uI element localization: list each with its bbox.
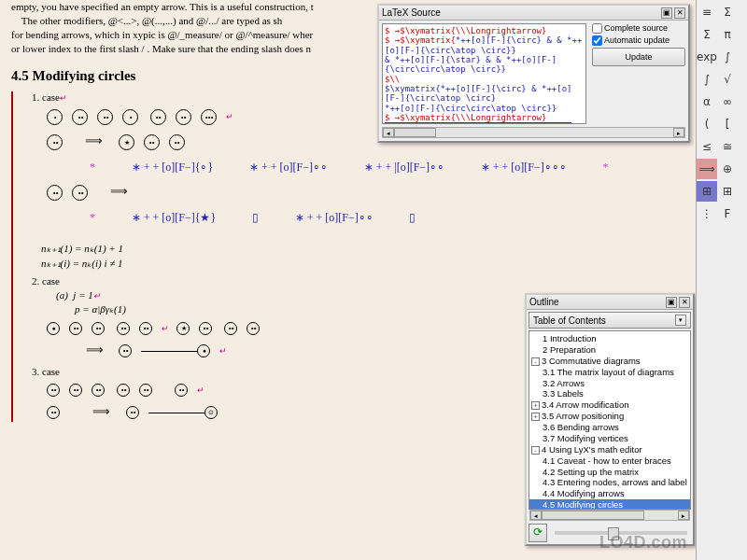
toolbar-button[interactable]: ⊞	[697, 181, 717, 202]
outline-item[interactable]: +3.4 Arrow modification	[529, 399, 690, 411]
outline-item[interactable]: 4.3 Entering nodes, arrows and label	[529, 477, 690, 488]
toolbar-button[interactable]: Σ	[697, 24, 717, 45]
toolbar-button[interactable]: (	[697, 114, 717, 134]
outline-item[interactable]: -4 Using LyX's math editor	[529, 444, 690, 455]
horizontal-scrollbar[interactable]: ◂▸	[382, 127, 685, 138]
toolbar-button[interactable]: F	[717, 203, 738, 224]
formula-row: * ∗ + + [o][F−]{★} ▯ ∗ + + [o][F−]∘∘ ▯	[90, 211, 684, 225]
latex-source-panel[interactable]: LaTeX Source ▣ ✕ $ →$\xymatrix{\\\Longri…	[377, 4, 690, 143]
toolbar-button[interactable]: α	[697, 91, 717, 112]
toolbar-button[interactable]: ∫	[717, 47, 738, 67]
close-icon[interactable]: ✕	[679, 297, 690, 308]
outline-item[interactable]: 3.7 Modifying vertices	[529, 433, 690, 444]
complete-source-checkbox[interactable]: Complete source	[592, 23, 685, 34]
update-button[interactable]: Update	[592, 48, 685, 66]
toolbar-button[interactable]: ≡	[697, 2, 717, 22]
toolbar-button[interactable]: ∫	[697, 69, 717, 90]
toc-selector[interactable]: Table of Contents ▾	[529, 312, 691, 329]
refresh-button[interactable]: ⟳	[529, 524, 547, 542]
toolbar-button[interactable]: ≅	[717, 136, 738, 157]
equation: nₖ₊₁(1) = nₖ(1) + 1	[41, 243, 684, 255]
outline-item[interactable]: 3.3 Labels	[529, 388, 690, 399]
toolbar-button[interactable]: [	[717, 114, 738, 134]
watermark: LO4D.com	[599, 533, 687, 553]
toolbar-button[interactable]: exp	[697, 47, 717, 67]
auto-update-checkbox[interactable]: Automatic update	[592, 35, 685, 46]
panel-titlebar[interactable]: Outline ▣ ✕	[527, 295, 693, 310]
list-item: 2. case	[32, 275, 684, 287]
outline-item[interactable]: 3.6 Bending arrows	[529, 422, 690, 433]
toolbar-button[interactable]: ≤	[697, 136, 717, 157]
outline-item[interactable]: 4.5 Modifying circles	[529, 499, 690, 510]
outline-item[interactable]: 3.2 Arrows	[529, 378, 690, 389]
outline-item[interactable]: -3 Commutative diagrams	[529, 356, 690, 367]
circle-row: ∘∘∘∘⟹	[47, 182, 684, 203]
close-icon[interactable]: ✕	[674, 7, 685, 19]
math-toolbar: ≡Σexp∫α(≤⟹⊞⋮ Σπ∫√∞[≅⊕⊞F	[696, 0, 747, 560]
undock-icon[interactable]: ▣	[661, 7, 672, 19]
outline-item[interactable]: 1 Introduction	[529, 333, 690, 344]
toolbar-button[interactable]: ∞	[717, 91, 738, 112]
toolbar-button[interactable]: Σ	[717, 2, 738, 22]
outline-item[interactable]: 3.1 The matrix layout of diagrams	[529, 367, 690, 378]
outline-item[interactable]: 4.1 Caveat - how to enter braces	[529, 455, 690, 467]
outline-item[interactable]: 2 Preparation	[529, 344, 690, 356]
panel-title: Outline	[529, 297, 559, 307]
horizontal-scrollbar[interactable]: ◂▸	[529, 510, 690, 521]
panel-titlebar[interactable]: LaTeX Source ▣ ✕	[379, 6, 688, 21]
toolbar-button[interactable]: ⊞	[717, 181, 738, 202]
toolbar-button[interactable]: ⊕	[717, 159, 738, 179]
equation: nₖ₊₁(i) = nₖ(i) i ≠ 1	[41, 258, 684, 270]
latex-code-box[interactable]: $ →$\xymatrix{\\\Longrightarrow} $ →$\xy…	[382, 23, 586, 124]
outline-item[interactable]: 4.2 Setting up the matrix	[529, 467, 690, 478]
toolbar-button[interactable]: √	[717, 69, 738, 90]
toolbar-button[interactable]: π	[717, 24, 738, 45]
outline-item[interactable]: +3.5 Arrow positioning	[529, 411, 690, 422]
formula-row: * ∗ + + [o][F−]{∘} ∗ + + [o][F−]∘∘ ∗ + +…	[90, 161, 684, 175]
outline-panel[interactable]: Outline ▣ ✕ Table of Contents ▾ 1 Introd…	[525, 293, 695, 546]
toolbar-button[interactable]: ⋮	[697, 203, 717, 224]
outline-tree[interactable]: 1 Introduction2 Preparation-3 Commutativ…	[529, 330, 691, 510]
panel-title: LaTeX Source	[382, 7, 441, 18]
chevron-down-icon[interactable]: ▾	[675, 315, 686, 326]
undock-icon[interactable]: ▣	[666, 297, 677, 308]
toolbar-button[interactable]: ⟹	[697, 159, 717, 179]
outline-item[interactable]: 4.4 Modifying arrows	[529, 488, 690, 499]
